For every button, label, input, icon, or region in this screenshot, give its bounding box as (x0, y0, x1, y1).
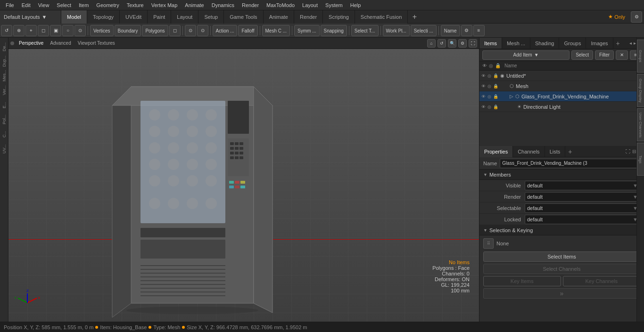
menu-layout[interactable]: Layout (298, 0, 322, 10)
rp-collapse-icon[interactable]: ◂ (629, 40, 632, 46)
render-toggle-icon[interactable]: ◎ (487, 94, 491, 99)
list-item[interactable]: 👁 ◎ 🔒 ▷ ⬡ Glass_Front_Drink_Vending_Mach… (479, 91, 644, 102)
render-toggle-icon[interactable]: ◎ (487, 105, 491, 109)
eye-icon[interactable]: 👁 (481, 94, 486, 99)
group-expand-icon[interactable]: ▷ (510, 94, 513, 99)
action-button[interactable]: Action ... (213, 25, 238, 36)
tab-shading[interactable]: Shading (530, 38, 559, 49)
vp-zoom-icon[interactable]: 🔍 (448, 39, 456, 48)
kits-button[interactable]: Name (441, 25, 460, 36)
menu-file[interactable]: File (2, 0, 18, 10)
gear-icon[interactable]: ⚙ (461, 25, 472, 36)
vp-settings-icon[interactable]: ⚙ (458, 39, 467, 48)
tab-uvedit[interactable]: UVEdit (120, 10, 148, 24)
left-tool-uv[interactable]: UV... (0, 142, 8, 156)
left-tool-c[interactable]: C... (0, 127, 8, 141)
select-channels-button[interactable]: Select Channels (483, 264, 640, 274)
polygons-button[interactable]: Polygons (142, 25, 168, 36)
left-tool-e[interactable]: E... (0, 98, 8, 112)
menu-system[interactable]: System (322, 0, 347, 10)
textures-label[interactable]: Viewport Textures (76, 40, 117, 46)
eye-icon[interactable]: 👁 (481, 84, 486, 89)
delete-button[interactable]: ✕ (616, 50, 628, 60)
lock-toggle-icon[interactable]: 🔒 (493, 73, 498, 78)
select-items-button[interactable]: Select Items (483, 251, 640, 262)
menu-geometry[interactable]: Geometry (92, 0, 123, 10)
left-tool-ver[interactable]: Ver... (0, 83, 8, 97)
name-input[interactable] (500, 159, 640, 168)
tab-render[interactable]: Render (294, 10, 323, 24)
menu-dynamics[interactable]: Dynamics (208, 0, 238, 10)
menu-item[interactable]: Item (75, 0, 92, 10)
props-tab-channels[interactable]: Channels (513, 146, 545, 157)
mode-icon[interactable]: ◻ (169, 25, 181, 36)
perspective-label[interactable]: Perspective (17, 40, 45, 46)
render-dropdown[interactable]: default ▼ (525, 192, 640, 202)
add-item-button[interactable]: Add Item ▼ (482, 50, 570, 60)
select-type-button[interactable]: Select T... (351, 25, 379, 36)
props-tab-properties[interactable]: Properties (479, 146, 513, 157)
viewport-canvas[interactable]: X Y Z No Items Polygons : Face Channels:… (8, 49, 479, 322)
layout-dropdown[interactable]: Default Layouts ▼ (0, 10, 61, 24)
rp-expand-icon[interactable]: ▸ (634, 40, 636, 46)
tab-schematic-fusion[interactable]: Schematic Fusion (355, 10, 408, 24)
tool-rect-icon[interactable]: ▣ (50, 25, 61, 36)
tab-setup[interactable]: Setup (198, 10, 224, 24)
vp-home-icon[interactable]: ⌂ (427, 39, 436, 48)
left-tool-pol[interactable]: Pol... (0, 113, 8, 127)
tool-select-icon[interactable]: ◻ (38, 25, 49, 36)
selection-button[interactable]: Selecti ... (411, 25, 437, 36)
tool-lasso-icon[interactable]: ⊙ (74, 25, 86, 36)
left-tool-mes[interactable]: Mes... (0, 69, 8, 83)
tab-scripting[interactable]: Scripting (323, 10, 355, 24)
locked-dropdown[interactable]: default ▼ (525, 215, 640, 224)
tab-layout[interactable]: Layout (171, 10, 198, 24)
key-channels-button[interactable]: Key Channels (563, 276, 641, 286)
selection-keying-header[interactable]: ▼ Selection & Keying (479, 225, 644, 235)
add-panel-tab-button[interactable]: + (613, 38, 623, 49)
side-tab-group-display[interactable]: Group Display (637, 74, 644, 107)
list-item[interactable]: 👁 ◎ 🔒 ◉ Untitled* (479, 71, 644, 81)
only-button[interactable]: ★ Only (604, 14, 629, 20)
menu-select[interactable]: Select (53, 0, 75, 10)
symmetry-button[interactable]: Symm ... (294, 25, 319, 36)
tool-center-icon[interactable]: ⊕ (13, 25, 25, 36)
select-button[interactable]: Select (571, 50, 593, 60)
add-props-tab-button[interactable]: + (565, 146, 575, 157)
filter-button[interactable]: Filter (595, 50, 614, 60)
lock-toggle-icon[interactable]: 🔒 (493, 94, 498, 99)
side-tab-groups[interactable]: Groups (637, 40, 644, 73)
tool-circle-icon[interactable]: ○ (62, 25, 74, 36)
props-collapse-icon[interactable]: ⊟ (632, 149, 636, 154)
tab-paint[interactable]: Paint (148, 10, 171, 24)
lock-toggle-icon[interactable]: 🔒 (493, 105, 498, 109)
vis2-icon[interactable]: ⊙ (197, 25, 208, 36)
list-item[interactable]: 👁 ◎ 🔒 ☀ Directional Light (479, 102, 644, 112)
snapping-button[interactable]: Snapping (321, 25, 347, 36)
boundary-button[interactable]: Boundary (115, 25, 141, 36)
menu-icon[interactable]: ≡ (473, 25, 485, 36)
left-tool-dup[interactable]: Dup... (0, 54, 8, 68)
add-tab-button[interactable]: + (408, 10, 421, 24)
visible-dropdown[interactable]: default ▼ (525, 181, 640, 190)
lock-toggle-icon[interactable]: 🔒 (493, 84, 498, 89)
vp-reset-icon[interactable]: ↺ (438, 39, 446, 48)
menu-animate[interactable]: Animate (181, 0, 207, 10)
more-arrow-button[interactable]: » (483, 288, 640, 299)
tab-gametools[interactable]: Game Tools (224, 10, 264, 24)
vertices-button[interactable]: Vertices (90, 25, 114, 36)
menu-vertex-map[interactable]: Vertex Map (148, 0, 182, 10)
sel-key-grid-icon[interactable]: ⠿ (483, 238, 494, 249)
vis1-icon[interactable]: ⊙ (185, 25, 196, 36)
tab-topology[interactable]: Topology (87, 10, 120, 24)
tab-model[interactable]: Model (61, 10, 87, 24)
menu-maxtomodo[interactable]: MaxToModo (263, 0, 298, 10)
workplane-button[interactable]: Work Pl... (383, 25, 410, 36)
tab-images[interactable]: Images (586, 38, 613, 49)
falloff-button[interactable]: Falloff (238, 25, 257, 36)
tool-rotate-icon[interactable]: ↺ (1, 25, 12, 36)
tab-groups[interactable]: Groups (559, 38, 586, 49)
advanced-label[interactable]: Advanced (48, 40, 73, 46)
key-items-button[interactable]: Key Items (483, 276, 561, 286)
menu-texture[interactable]: Texture (123, 0, 148, 10)
